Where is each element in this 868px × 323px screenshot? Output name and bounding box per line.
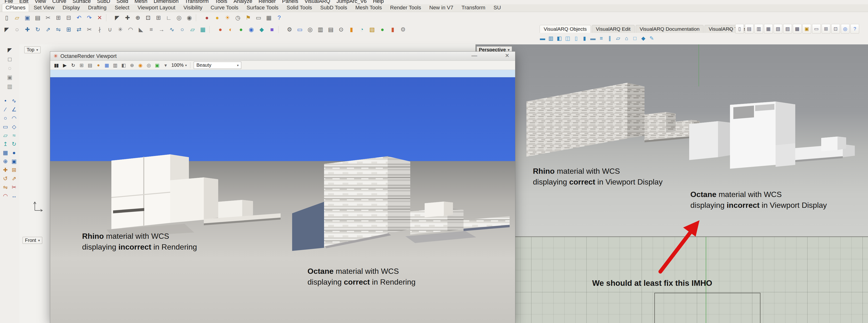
- close-button[interactable]: ✕: [503, 53, 511, 59]
- clock-icon[interactable]: ◷: [234, 13, 242, 22]
- display-options-icon[interactable]: ▭: [296, 25, 304, 34]
- calculator-icon[interactable]: ▦: [265, 13, 273, 22]
- settings-gear-icon[interactable]: ⚙: [285, 25, 294, 34]
- region-render-icon[interactable]: ◧: [120, 62, 127, 69]
- ribbon-tab[interactable]: Display: [59, 4, 84, 12]
- display-panel-icon[interactable]: ▥: [754, 24, 763, 34]
- beam-icon[interactable]: ▬: [589, 35, 597, 42]
- curve-icon[interactable]: ∿: [167, 25, 176, 34]
- fillet-icon[interactable]: ◠: [1, 192, 9, 200]
- boolean-icon[interactable]: ⊕: [1, 157, 9, 165]
- ribbon-tab[interactable]: SU: [490, 4, 504, 12]
- paste-icon[interactable]: ⊟: [64, 13, 73, 22]
- ortho-icon[interactable]: ∟: [164, 13, 173, 22]
- chamfer-icon[interactable]: ◣: [136, 25, 145, 34]
- roof-icon[interactable]: ⌂: [623, 35, 630, 42]
- play-icon[interactable]: ▶: [61, 62, 68, 69]
- ribbon-tab[interactable]: Transform: [458, 4, 489, 12]
- zoom-level-control[interactable]: 100% ▾: [172, 62, 187, 68]
- split-icon[interactable]: ∤: [95, 25, 104, 34]
- record-history-icon[interactable]: ●: [203, 13, 211, 22]
- point-icon[interactable]: •: [1, 97, 9, 105]
- sun-icon[interactable]: ☀: [223, 13, 232, 22]
- lock-view-icon[interactable]: ⊞: [78, 62, 85, 69]
- macro-panel-icon[interactable]: ⊡: [831, 24, 840, 34]
- arc-icon[interactable]: ◠: [10, 114, 18, 122]
- space-icon[interactable]: □: [631, 35, 639, 42]
- layers-panel-icon[interactable]: ▤: [745, 24, 753, 34]
- offset-icon[interactable]: ≡: [147, 25, 156, 34]
- redo-icon[interactable]: ↷: [85, 13, 94, 22]
- move-icon[interactable]: ✚: [1, 166, 9, 174]
- lasso-icon[interactable]: ◌: [13, 25, 21, 34]
- help-panel-icon[interactable]: ?: [850, 24, 859, 34]
- circle-icon[interactable]: ○: [178, 25, 187, 34]
- ribbon-tab[interactable]: SubD Tools: [317, 4, 351, 12]
- properties-icon[interactable]: ▤: [327, 25, 335, 34]
- opening-icon[interactable]: ▯: [572, 35, 580, 42]
- named-view-icon[interactable]: ◎: [306, 25, 314, 34]
- railing-icon[interactable]: ∥: [606, 35, 614, 42]
- array-icon[interactable]: ⊞: [64, 25, 73, 34]
- clay-mode-icon[interactable]: ●: [95, 62, 102, 69]
- curve-icon[interactable]: ∿: [10, 97, 18, 105]
- pan-view-icon[interactable]: ✚: [123, 13, 132, 22]
- lamp-icon[interactable]: ●: [213, 13, 222, 22]
- help-icon[interactable]: ?: [275, 13, 283, 22]
- visualarq-tab[interactable]: VisualARQ Documentation: [636, 25, 704, 33]
- material-icon[interactable]: ◉: [247, 25, 256, 34]
- curtain-wall-icon[interactable]: ▥: [547, 35, 555, 42]
- front-grid-viewport[interactable]: We should at least fix this IMHO: [476, 236, 868, 323]
- notes-panel-icon[interactable]: ▭: [812, 24, 821, 34]
- web-panel-icon[interactable]: ◎: [841, 24, 849, 34]
- polygon-icon[interactable]: ◇: [10, 123, 18, 131]
- minimize-button[interactable]: —: [469, 52, 479, 59]
- delete-icon[interactable]: ✕: [95, 13, 104, 22]
- save-icon[interactable]: ▣: [23, 13, 32, 22]
- sun-panel-icon[interactable]: ▩: [793, 24, 802, 34]
- check-update-icon[interactable]: ●: [378, 25, 387, 34]
- move-icon[interactable]: ✚: [23, 25, 32, 34]
- layer-state-icon[interactable]: ▥: [6, 82, 14, 91]
- hide-object-icon[interactable]: ◌: [6, 64, 14, 72]
- revolve-icon[interactable]: ↻: [10, 140, 18, 148]
- cut-icon[interactable]: ✂: [44, 13, 52, 22]
- ribbon-tab[interactable]: Viewport Layout: [134, 4, 179, 12]
- element-icon[interactable]: ◆: [640, 35, 647, 42]
- window-icon[interactable]: ◫: [564, 35, 571, 42]
- ribbon-tab[interactable]: CPlanes: [2, 4, 29, 12]
- stair-icon[interactable]: ≡: [597, 35, 605, 42]
- solid-box-icon[interactable]: ▦: [1, 149, 9, 157]
- cloud-icon[interactable]: ◔: [358, 25, 366, 34]
- object-snap-icon[interactable]: ⊙: [337, 25, 345, 34]
- material-picker-icon[interactable]: ◉: [136, 62, 144, 69]
- flag-icon[interactable]: ⚑: [244, 13, 252, 22]
- select-pointer-icon[interactable]: ◤: [113, 13, 121, 22]
- viewport-tab-top[interactable]: Top ▾: [24, 46, 40, 53]
- octane-titlebar[interactable]: ✳ OctaneRender Viewport — ✕: [50, 52, 515, 61]
- focus-picker-icon[interactable]: ⊕: [128, 62, 135, 69]
- surface-icon[interactable]: ▱: [1, 131, 9, 139]
- new-file-icon[interactable]: ▯: [2, 13, 11, 22]
- dimension-icon[interactable]: ↔: [10, 192, 18, 200]
- select-cursor-icon[interactable]: ◤: [6, 46, 14, 54]
- column-icon[interactable]: ▮: [581, 35, 588, 42]
- camera-icon[interactable]: ▣: [153, 62, 161, 69]
- slab-icon[interactable]: ▱: [614, 35, 622, 42]
- film-settings-icon[interactable]: ▤: [86, 62, 93, 69]
- explode-icon[interactable]: ✳: [116, 25, 125, 34]
- ribbon-tab[interactable]: Solid Tools: [283, 4, 316, 12]
- extend-icon[interactable]: →: [157, 25, 166, 34]
- libraries-panel-icon[interactable]: ▣: [803, 24, 811, 34]
- subsample-icon[interactable]: ▾: [162, 62, 169, 69]
- annotation-icon[interactable]: ✎: [648, 35, 656, 42]
- visualarq-tab[interactable]: VisualARQ Edit: [592, 25, 634, 33]
- ribbon-tab[interactable]: Curve Tools: [207, 4, 242, 12]
- sphere-icon[interactable]: ●: [10, 149, 18, 157]
- visualarq-tab[interactable]: VisualARQ Objects: [539, 25, 591, 33]
- ribbon-tab[interactable]: Mesh Tools: [352, 4, 385, 12]
- copy-icon[interactable]: ⊞: [10, 166, 18, 174]
- grid-snap-icon[interactable]: ⊞: [154, 13, 163, 22]
- calc-panel-icon[interactable]: ⊞: [822, 24, 830, 34]
- line-icon[interactable]: ∕: [1, 105, 9, 114]
